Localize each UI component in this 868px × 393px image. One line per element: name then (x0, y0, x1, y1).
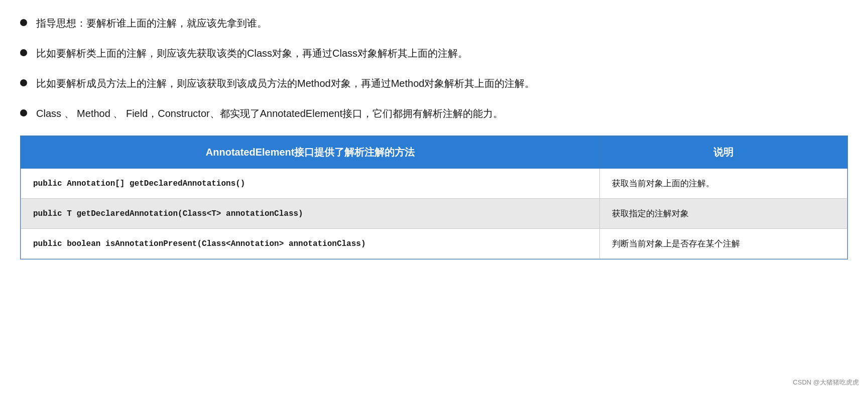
bullet-text-4: Class 、 Method 、 Field，Constructor、都实现了A… (36, 105, 848, 121)
bullet-text-3: 比如要解析成员方法上的注解，则应该获取到该成员方法的Method对象，再通过Me… (36, 75, 848, 91)
col1-header: AnnotatedElement接口提供了解析注解的方法 (21, 137, 600, 169)
table-header-row: AnnotatedElement接口提供了解析注解的方法 说明 (21, 137, 847, 169)
bullet-item-1: 指导思想：要解析谁上面的注解，就应该先拿到谁。 (20, 15, 848, 31)
bullet-item-4: Class 、 Method 、 Field，Constructor、都实现了A… (20, 105, 848, 121)
watermark: CSDN @大猪猪吃虎虎 (793, 378, 859, 387)
table-row: public Annotation[] getDeclaredAnnotatio… (21, 169, 847, 199)
bullet-dot-2 (20, 49, 27, 56)
bullet-item-2: 比如要解析类上面的注解，则应该先获取该类的Class对象，再通过Class对象解… (20, 45, 848, 61)
description-cell-1: 获取当前对象上面的注解。 (600, 169, 847, 199)
bullet-text-2: 比如要解析类上面的注解，则应该先获取该类的Class对象，再通过Class对象解… (36, 45, 848, 61)
table-row: public T getDeclaredAnnotation(Class<T> … (21, 199, 847, 229)
bullet-dot-3 (20, 79, 27, 86)
method-cell-1: public Annotation[] getDeclaredAnnotatio… (21, 169, 600, 199)
description-cell-2: 获取指定的注解对象 (600, 199, 847, 229)
bullet-item-3: 比如要解析成员方法上的注解，则应该获取到该成员方法的Method对象，再通过Me… (20, 75, 848, 91)
col2-header: 说明 (600, 137, 847, 169)
bullet-text-1: 指导思想：要解析谁上面的注解，就应该先拿到谁。 (36, 15, 848, 31)
table-row: public boolean isAnnotationPresent(Class… (21, 229, 847, 259)
bullet-list: 指导思想：要解析谁上面的注解，就应该先拿到谁。 比如要解析类上面的注解，则应该先… (20, 15, 848, 121)
annotated-element-table: AnnotatedElement接口提供了解析注解的方法 说明 public A… (20, 136, 848, 259)
method-cell-2: public T getDeclaredAnnotation(Class<T> … (21, 199, 600, 229)
bullet-dot-1 (20, 19, 27, 26)
description-cell-3: 判断当前对象上是否存在某个注解 (600, 229, 847, 259)
bullet-dot-4 (20, 109, 27, 116)
method-cell-3: public boolean isAnnotationPresent(Class… (21, 229, 600, 259)
